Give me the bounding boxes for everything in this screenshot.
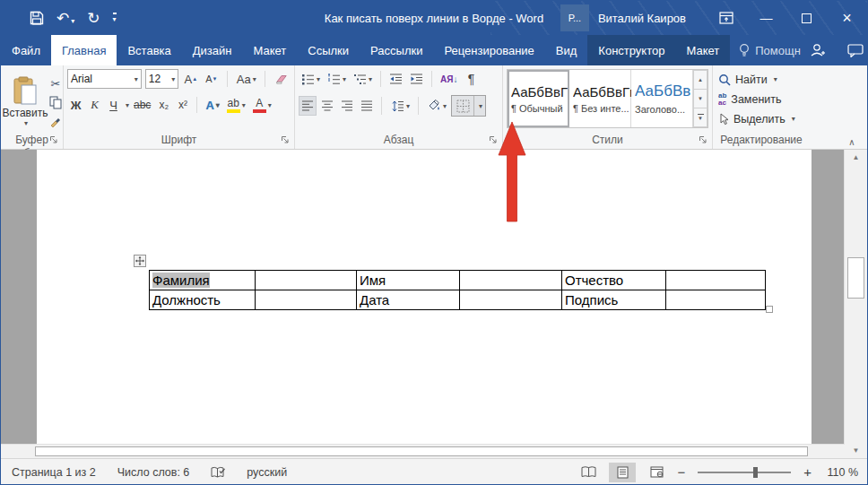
maximize-button[interactable] [786,1,827,35]
table-cell[interactable] [666,290,766,310]
grow-font-button[interactable]: А▲ [182,69,199,89]
styles-more-button[interactable]: ▼ [693,108,707,127]
styles-scroll-up-button[interactable]: ▲ [693,70,707,89]
table-cell[interactable]: Должность [150,290,256,310]
style-normal[interactable]: АаБбВвГг, ¶ Обычный [508,70,569,127]
font-color-dropdown-icon[interactable]: ▾ [268,101,272,109]
clipboard-dialog-launcher[interactable] [49,135,58,144]
table-cell[interactable] [256,271,357,290]
align-center-button[interactable] [318,96,336,116]
table-cell[interactable]: Подпись [562,290,666,310]
scroll-down-button[interactable]: ▼ [845,443,867,458]
redo-button[interactable]: ↻ [87,11,100,26]
tell-me-assistant[interactable]: Помощн [730,35,810,65]
text-effects-button[interactable]: А▾ [203,95,221,115]
undo-dropdown-icon[interactable]: ▾ [71,17,74,25]
borders-dropdown-button[interactable]: ▾ [473,96,485,116]
paste-dropdown-icon[interactable]: ▾ [24,119,28,127]
zoom-slider[interactable] [698,472,791,473]
font-size-dropdown-icon[interactable]: ▾ [171,75,175,83]
style-no-spacing[interactable]: АаБбВвГг, ¶ Без инте... [569,70,631,127]
italic-button[interactable]: К [86,95,103,115]
comments-button[interactable] [847,44,864,57]
tab-references[interactable]: Ссылки [297,35,360,65]
paste-button[interactable]: Вставить ▾ [4,76,46,127]
zoom-slider-thumb[interactable] [753,467,758,478]
zoom-percentage[interactable]: 110 % [819,466,858,479]
text-effects-dropdown-icon[interactable]: ▾ [216,101,220,109]
font-size-combobox[interactable]: 12 ▾ [145,69,179,89]
style-heading1[interactable]: АаБбВв Заголово... [631,70,693,127]
decrease-indent-button[interactable] [386,69,405,89]
multilevel-list-button[interactable]: ▾ [351,69,375,89]
close-button[interactable]: × [827,1,867,35]
zoom-out-button[interactable]: − [677,464,685,480]
increase-indent-button[interactable] [407,69,426,89]
tab-review[interactable]: Рецензирование [433,35,544,65]
tab-layout[interactable]: Макет [242,35,297,65]
cut-button[interactable]: ✂ [48,75,64,91]
borders-button[interactable] [452,96,473,116]
tab-file[interactable]: Файл [1,35,51,65]
multilevel-dropdown-icon[interactable]: ▾ [369,75,372,83]
shading-dropdown-icon[interactable]: ▾ [443,102,447,110]
underline-button[interactable]: Ч [105,95,122,115]
customize-qat-button[interactable]: ▾ [113,13,117,23]
tab-insert[interactable]: Вставка [117,35,181,65]
save-icon[interactable] [30,11,44,25]
web-layout-button[interactable] [643,463,670,482]
language-indicator[interactable]: русский [247,466,287,479]
font-name-dropdown-icon[interactable]: ▾ [135,75,138,83]
table-cell[interactable]: Фамилия [150,271,256,290]
align-right-button[interactable] [338,96,356,116]
sort-button[interactable]: АЯ↓ [438,69,460,89]
change-case-button[interactable]: Aa▾ [235,69,257,89]
proofing-status-icon[interactable] [211,466,225,479]
table-move-handle[interactable] [134,255,146,267]
table-cell[interactable] [460,290,562,310]
bold-button[interactable]: Ж [67,95,84,115]
line-spacing-button[interactable]: ▾ [387,96,412,116]
select-button[interactable]: Выделить▾ [718,109,806,128]
table-cell[interactable]: Дата [357,290,460,310]
share-contact-button[interactable] [810,43,826,57]
align-left-button[interactable] [299,96,317,116]
scroll-up-button[interactable]: ▲ [845,150,867,165]
account-chip[interactable]: Р... [560,4,589,31]
show-paragraph-marks-button[interactable]: ¶ [462,69,480,89]
table-cell[interactable] [256,290,357,310]
ribbon-display-options-button[interactable] [706,1,746,35]
format-painter-button[interactable] [48,113,64,129]
table-cell[interactable]: Отчество [562,271,666,290]
undo-button[interactable]: ↶▾ [56,11,74,26]
tab-table-layout[interactable]: Макет [675,35,730,65]
font-name-combobox[interactable]: Arial ▾ [67,69,142,89]
copy-button[interactable] [48,94,64,110]
tab-home[interactable]: Главная [51,35,117,65]
highlight-color-button[interactable]: ab ▾ [224,95,248,115]
bullets-button[interactable]: ▾ [299,69,323,89]
justify-button[interactable] [358,96,376,116]
document-page[interactable]: Фамилия Имя Отчество Должность Дата Подп… [37,150,812,444]
page-indicator[interactable]: Страница 1 из 2 [12,466,96,479]
font-dialog-launcher[interactable] [281,135,290,144]
horizontal-scroll-thumb[interactable] [35,446,808,456]
bullets-dropdown-icon[interactable]: ▾ [317,75,320,83]
underline-dropdown-icon[interactable]: ▾ [126,101,129,109]
change-case-dropdown-icon[interactable]: ▾ [253,75,256,83]
print-layout-button[interactable] [609,463,636,482]
replace-button[interactable]: abac Заменить [718,90,806,108]
zoom-in-button[interactable]: + [803,464,812,480]
vertical-scrollbar[interactable]: ▲ ▼ [844,150,867,458]
strikethrough-button[interactable]: abc [131,95,153,115]
tab-view[interactable]: Вид [545,35,588,65]
tab-mailings[interactable]: Рассылки [360,35,433,65]
minimize-button[interactable]: — [746,1,786,35]
find-dropdown-icon[interactable]: ▾ [774,75,777,83]
table-cell[interactable] [460,271,562,290]
clear-formatting-button[interactable] [273,69,291,89]
shading-button[interactable]: ▾ [424,96,449,116]
highlight-dropdown-icon[interactable]: ▾ [242,101,246,109]
table-resize-handle[interactable] [766,306,773,313]
table-cell[interactable] [666,271,766,290]
